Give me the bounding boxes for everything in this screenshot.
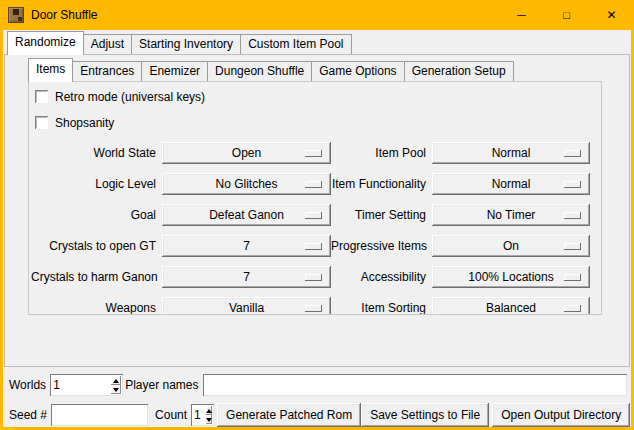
crystals-open-gt-value: 7 [243,239,250,253]
player-names-label: Player names [123,378,202,392]
tab-generation-setup[interactable]: Generation Setup [404,61,514,81]
item-functionality-value: Normal [492,177,531,191]
crystals-harm-ganon-dropdown[interactable]: 7 [162,266,331,288]
door-icon [8,7,24,23]
crystals-open-gt-label: Crystals to open GT [31,239,162,253]
tab-starting-inventory-label: Starting Inventory [139,37,233,51]
count-spinbox[interactable] [191,404,214,426]
arrow-down-icon [113,388,119,392]
items-page: Retro mode (universal keys) Shopsanity W… [28,81,602,315]
save-settings-button[interactable]: Save Settings to File [361,403,489,427]
retro-mode-checkbox-row[interactable]: Retro mode (universal keys) [35,90,601,104]
timer-setting-dropdown[interactable]: No Timer [432,204,590,226]
option-row: Crystals to harm Ganon 7 Accessibility 1… [29,266,601,288]
dropdown-indicator-icon [305,181,322,188]
logic-level-value: No Glitches [215,177,277,191]
tab-enemizer-label: Enemizer [149,64,200,78]
multiworld-row: Worlds Player names [7,374,628,396]
dropdown-indicator-icon [305,150,322,157]
option-row: Goal Defeat Ganon Timer Setting No Timer [29,204,601,226]
arrow-down-icon [206,418,212,422]
crystals-open-gt-dropdown[interactable]: 7 [162,235,331,257]
tab-dungeon-shuffle[interactable]: Dungeon Shuffle [207,61,312,81]
accessibility-label: Accessibility [331,270,432,284]
weapons-dropdown[interactable]: Vanilla [162,297,331,315]
count-input[interactable] [191,404,204,426]
spin-down-button[interactable] [206,415,212,424]
shopsanity-checkbox[interactable] [35,116,48,129]
player-names-input[interactable] [203,374,628,396]
worlds-input[interactable] [50,374,109,396]
spin-up-button[interactable] [111,376,121,385]
item-functionality-dropdown[interactable]: Normal [432,173,590,195]
tab-dungeon-shuffle-label: Dungeon Shuffle [215,64,304,78]
door-icon-emblem [13,9,19,15]
tab-generation-setup-label: Generation Setup [412,64,506,78]
option-row: Crystals to open GT 7 Progressive Items … [29,235,601,257]
dropdown-indicator-icon [564,274,581,281]
shopsanity-checkbox-row[interactable]: Shopsanity [35,116,601,130]
world-state-value: Open [232,146,261,160]
world-state-dropdown[interactable]: Open [162,142,331,164]
window-title: Door Shuffle [31,8,98,22]
retro-mode-checkbox[interactable] [35,90,48,103]
tab-adjust-label: Adjust [91,37,124,51]
option-row: Logic Level No Glitches Item Functionali… [29,173,601,195]
seed-row: Seed # Count Generate Patched Rom Save S… [7,403,628,427]
item-sorting-value: Balanced [486,301,536,315]
logic-level-label: Logic Level [31,177,162,191]
count-spin-arrows [204,404,214,426]
arrow-up-icon [113,379,119,383]
logic-level-dropdown[interactable]: No Glitches [162,173,331,195]
world-state-label: World State [31,146,162,160]
tab-entrances[interactable]: Entrances [72,61,142,81]
dropdown-indicator-icon [305,274,322,281]
item-pool-dropdown[interactable]: Normal [432,142,590,164]
tab-entrances-label: Entrances [80,64,134,78]
retro-mode-label: Retro mode (universal keys) [55,90,205,104]
item-pool-value: Normal [492,146,531,160]
tab-adjust[interactable]: Adjust [83,34,132,54]
spin-down-button[interactable] [111,385,121,394]
main-tab-bar: Randomize Adjust Starting Inventory Cust… [3,30,631,54]
tab-enemizer[interactable]: Enemizer [141,61,208,81]
tab-starting-inventory[interactable]: Starting Inventory [131,34,241,54]
seed-input[interactable] [51,404,148,426]
app-window: Door Shuffle ─ □ ✕ Randomize Adjust Star… [0,0,634,430]
option-row: World State Open Item Pool Normal [29,142,601,164]
dropdown-indicator-icon [305,212,322,219]
dropdown-indicator-icon [305,305,322,312]
shopsanity-label: Shopsanity [55,116,114,130]
tab-items-label: Items [36,62,65,76]
dropdown-indicator-icon [564,243,581,250]
tab-game-options[interactable]: Game Options [311,61,404,81]
title-bar: Door Shuffle ─ □ ✕ [0,0,634,30]
close-icon[interactable]: ✕ [589,0,634,30]
item-pool-label: Item Pool [331,146,432,160]
item-sorting-dropdown[interactable]: Balanced [432,297,590,315]
minimize-icon[interactable]: ─ [499,0,544,30]
generate-patched-rom-button[interactable]: Generate Patched Rom [217,403,361,427]
tab-custom-item-pool[interactable]: Custom Item Pool [240,34,351,54]
dropdown-indicator-icon [564,150,581,157]
goal-dropdown[interactable]: Defeat Ganon [162,204,331,226]
goal-value: Defeat Ganon [209,208,284,222]
options-grid: World State Open Item Pool Normal Logic … [29,142,601,315]
open-output-directory-button[interactable]: Open Output Directory [492,403,630,427]
app-body: Randomize Adjust Starting Inventory Cust… [3,30,631,427]
accessibility-dropdown[interactable]: 100% Locations [432,266,590,288]
tab-randomize[interactable]: Randomize [7,31,84,55]
sub-tab-bar: Items Entrances Enemizer Dungeon Shuffle… [28,57,629,81]
worlds-spinbox[interactable] [50,374,123,396]
goal-label: Goal [31,208,162,222]
progressive-items-dropdown[interactable]: On [432,235,590,257]
tab-items[interactable]: Items [28,58,73,82]
tab-randomize-label: Randomize [15,35,76,49]
spin-up-button[interactable] [206,406,212,415]
item-sorting-label: Item Sorting [331,301,432,315]
maximize-icon[interactable]: □ [544,0,589,30]
weapons-value: Vanilla [229,301,264,315]
tab-game-options-label: Game Options [319,64,396,78]
crystals-harm-ganon-value: 7 [243,270,250,284]
caption-buttons: ─ □ ✕ [499,0,634,30]
